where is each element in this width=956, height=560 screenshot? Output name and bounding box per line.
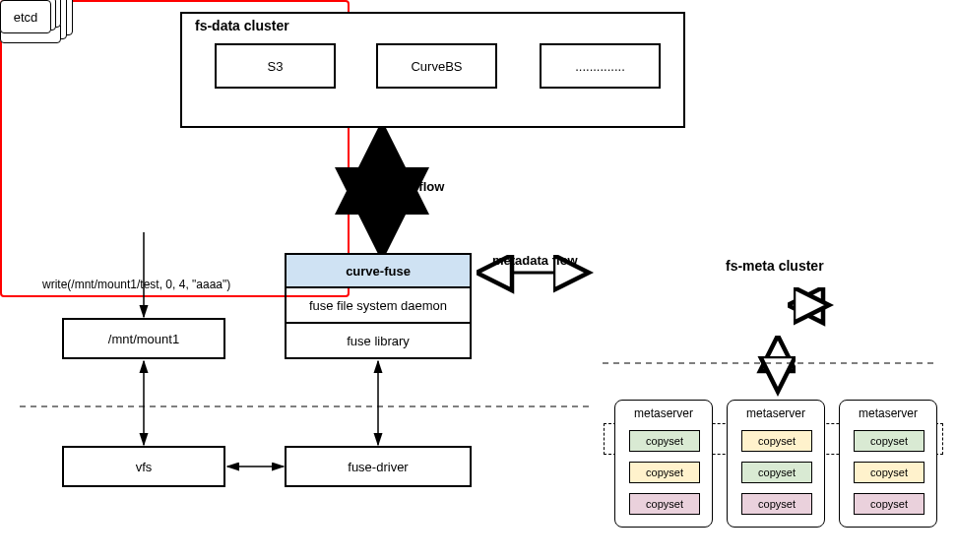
fs-data-title: fs-data cluster <box>195 18 289 33</box>
copyset-2-2: copyset <box>741 462 812 483</box>
copyset-3-1: copyset <box>854 430 924 452</box>
metaserver-2: metaserver copyset copyset copyset <box>727 400 825 528</box>
copyset-2-1: copyset <box>741 430 812 452</box>
copyset-2-3: copyset <box>741 493 812 515</box>
mds-stack: MDS <box>0 297 69 344</box>
copyset-1-3: copyset <box>629 493 700 515</box>
data-flow-label: data flow <box>389 179 444 194</box>
etcd-stack: etcd <box>0 344 61 384</box>
fuse-daemon-box: fuse file system daemon <box>285 288 472 324</box>
metaserver-3-title: metaserver <box>840 401 936 420</box>
metadata-flow-label: metadata flow <box>492 253 578 268</box>
metaserver-1: metaserver copyset copyset copyset <box>614 400 713 528</box>
curvebs-box: CurveBS <box>376 43 497 89</box>
copyset-1-2: copyset <box>629 462 700 483</box>
metaserver-3: metaserver copyset copyset copyset <box>839 400 937 528</box>
copyset-1-1: copyset <box>629 430 700 452</box>
write-call-label: write(/mnt/mount1/test, 0, 4, "aaaa") <box>42 278 230 291</box>
metaserver-1-title: metaserver <box>615 401 712 420</box>
fuse-library-box: fuse library <box>285 324 472 359</box>
etcd-box: etcd <box>0 0 51 33</box>
s3-box: S3 <box>215 43 336 89</box>
vfs-box: vfs <box>62 446 225 487</box>
dots-box: .............. <box>540 43 661 89</box>
curve-fuse-box: curve-fuse <box>285 253 472 288</box>
metaserver-2-title: metaserver <box>728 401 824 420</box>
mount-box: /mnt/mount1 <box>62 318 225 359</box>
fuse-driver-box: fuse-driver <box>285 446 472 487</box>
copyset-3-3: copyset <box>854 493 924 515</box>
fs-meta-title: fs-meta cluster <box>726 258 824 274</box>
copyset-3-2: copyset <box>854 462 924 483</box>
